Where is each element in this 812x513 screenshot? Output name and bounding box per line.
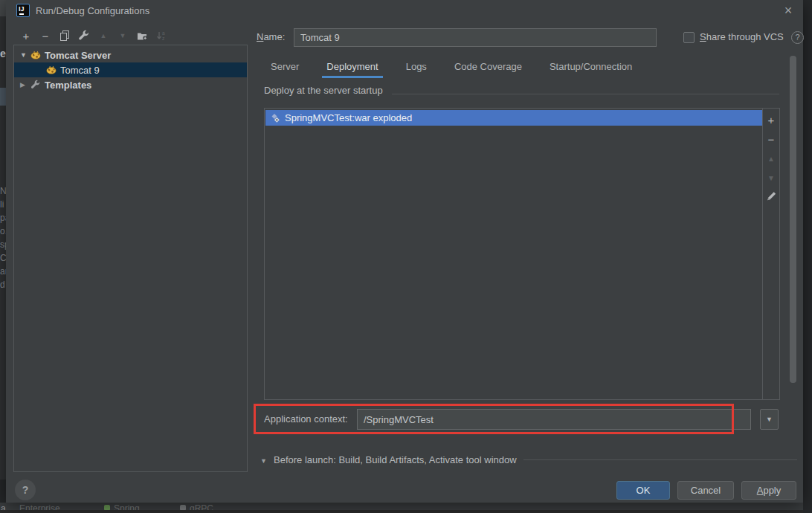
tree-item-tomcat-9-selected[interactable]: Tomcat 9 xyxy=(14,62,247,77)
svg-text:a: a xyxy=(162,30,165,36)
artifact-list-item-selected[interactable]: SpringMVCTest:war exploded xyxy=(265,110,762,126)
name-label: Name: xyxy=(257,28,285,46)
share-help-icon[interactable]: ? xyxy=(791,31,804,44)
intellij-logo-icon: IJ xyxy=(16,4,30,17)
chevron-right-icon[interactable]: ▶ xyxy=(20,81,28,88)
tree-item-templates[interactable]: ▶ Templates xyxy=(14,77,247,92)
create-folder-icon[interactable] xyxy=(135,29,149,42)
application-context-input[interactable] xyxy=(357,409,751,430)
share-through-vcs-checkbox[interactable] xyxy=(683,32,695,43)
tomcat-icon xyxy=(46,65,57,75)
tree-item-label: Templates xyxy=(45,80,91,91)
close-icon[interactable]: × xyxy=(779,1,797,19)
configurations-tree: ▼ Tomcat Server Tomcat 9 ▶ Templates xyxy=(13,45,248,472)
cancel-button[interactable]: Cancel xyxy=(677,481,734,500)
run-debug-configurations-dialog: IJ Run/Debug Configurations × + − ▲ ▼ az… xyxy=(6,0,803,503)
screen: e NI li pa o. sp C ar d a Enterprise Spr… xyxy=(0,0,812,513)
name-input[interactable] xyxy=(294,28,657,47)
dialog-title: Run/Debug Configurations xyxy=(36,5,149,16)
chevron-down-icon[interactable]: ▼ xyxy=(20,51,28,59)
tree-item-label: Tomcat Server xyxy=(45,50,111,61)
move-artifact-down-button[interactable]: ▼ xyxy=(763,170,779,186)
move-artifact-up-button[interactable]: ▲ xyxy=(763,150,779,167)
application-context-label: Application context: xyxy=(264,409,348,430)
background-text-fragment: e xyxy=(0,48,6,59)
tab-logs[interactable]: Logs xyxy=(402,58,431,78)
share-through-vcs-label: Share through VCS xyxy=(700,31,784,42)
background-right-strip xyxy=(803,0,812,513)
deployment-list-panel: SpringMVCTest:war exploded + − ▲ ▼ xyxy=(264,108,780,400)
edit-defaults-wrench-icon[interactable] xyxy=(77,29,91,42)
add-configuration-button[interactable]: + xyxy=(19,29,33,42)
copy-configuration-icon[interactable] xyxy=(58,29,71,42)
help-button[interactable]: ? xyxy=(15,480,36,500)
tab-code-coverage[interactable]: Code Coverage xyxy=(450,58,526,78)
edit-artifact-pencil-icon[interactable] xyxy=(763,187,779,204)
deploy-section-label: Deploy at the server startup xyxy=(264,85,383,96)
before-launch-label: Before launch: Build, Build Artifacts, A… xyxy=(274,454,517,465)
tab-deployment[interactable]: Deployment xyxy=(322,58,382,78)
background-text-fragment: NI xyxy=(0,186,6,196)
tree-item-label: Tomcat 9 xyxy=(60,65,100,76)
before-launch-collapse-icon[interactable]: ▼ xyxy=(260,457,267,465)
wrench-icon xyxy=(30,80,41,90)
background-text-fragment: sp xyxy=(0,239,6,250)
remove-artifact-button[interactable]: − xyxy=(763,131,779,147)
background-text-fragment: d xyxy=(0,280,6,290)
background-left-strip: e NI li pa o. sp C ar d xyxy=(0,0,6,513)
section-divider xyxy=(392,94,779,94)
artifact-label: SpringMVCTest:war exploded xyxy=(285,112,412,123)
background-text-fragment: li xyxy=(0,199,6,210)
artifact-icon xyxy=(270,113,280,123)
background-text-fragment: o. xyxy=(0,226,6,236)
apply-button[interactable]: Apply xyxy=(741,481,796,500)
application-context-dropdown-button[interactable]: ▼ xyxy=(760,409,779,430)
svg-text:z: z xyxy=(162,36,164,41)
chevron-down-icon: ▼ xyxy=(766,416,773,423)
remove-configuration-button[interactable]: − xyxy=(39,29,52,42)
tree-item-tomcat-server[interactable]: ▼ Tomcat Server xyxy=(14,48,247,62)
background-divider xyxy=(0,510,812,513)
tab-bar: Server Deployment Logs Code Coverage Sta… xyxy=(266,58,637,78)
move-down-button[interactable]: ▼ xyxy=(116,29,129,42)
background-block xyxy=(0,480,6,503)
sort-configurations-icon[interactable]: az xyxy=(155,29,168,42)
background-text-fragment: pa xyxy=(0,213,6,223)
vertical-scrollbar[interactable] xyxy=(790,56,796,383)
tab-startup-connection[interactable]: Startup/Connection xyxy=(545,58,637,78)
section-divider xyxy=(523,459,797,460)
ok-button[interactable]: OK xyxy=(616,481,670,500)
background-text-fragment: C xyxy=(0,253,6,263)
tab-server[interactable]: Server xyxy=(266,58,303,78)
tomcat-icon xyxy=(30,50,41,60)
background-selection-block xyxy=(0,88,6,106)
background-block xyxy=(0,0,6,16)
add-artifact-button[interactable]: + xyxy=(763,112,779,128)
move-up-button[interactable]: ▲ xyxy=(97,29,110,42)
background-text-fragment: ar xyxy=(0,266,6,277)
